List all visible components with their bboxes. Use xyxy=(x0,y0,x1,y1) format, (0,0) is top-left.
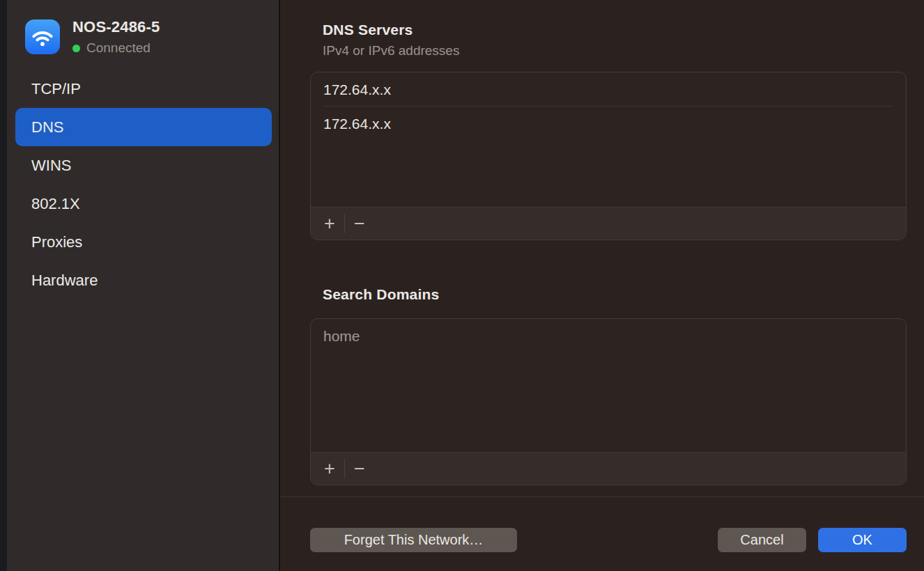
cancel-button[interactable]: Cancel xyxy=(718,528,806,552)
dns-servers-listbox: 172.64.x.x 172.64.x.x + − xyxy=(310,72,907,240)
dns-add-button[interactable]: + xyxy=(315,208,344,240)
sidebar-nav: TCP/IP DNS WINS 802.1X Proxies Hardware xyxy=(15,70,272,299)
dns-servers-footer: + − xyxy=(311,207,906,240)
network-header: NOS-2486-5 Connected xyxy=(25,18,160,56)
dns-servers-title: DNS Servers xyxy=(323,22,413,38)
search-domain-add-button[interactable]: + xyxy=(315,453,344,485)
search-domains-title: Search Domains xyxy=(323,286,439,303)
sidebar-item-tcpip[interactable]: TCP/IP xyxy=(15,70,272,108)
dns-servers-subtitle: IPv4 or IPv6 addresses xyxy=(323,43,459,58)
actions-divider xyxy=(280,496,924,497)
network-sidebar: NOS-2486-5 Connected TCP/IP DNS WINS 802… xyxy=(7,0,279,571)
connected-status-dot-icon xyxy=(72,45,80,52)
connection-status: Connected xyxy=(86,40,151,56)
sidebar-item-hardware[interactable]: Hardware xyxy=(15,261,272,299)
dns-pane: DNS Servers IPv4 or IPv6 addresses 172.6… xyxy=(280,0,924,571)
dns-server-entry[interactable]: 172.64.x.x xyxy=(311,72,906,107)
sidebar-item-proxies[interactable]: Proxies xyxy=(15,223,272,261)
dns-server-entry[interactable]: 172.64.x.x xyxy=(311,107,906,141)
network-name: NOS-2486-5 xyxy=(72,18,160,36)
window-edge xyxy=(0,0,7,571)
dns-remove-button[interactable]: − xyxy=(345,208,374,240)
ok-button[interactable]: OK xyxy=(818,528,907,552)
sidebar-item-wins[interactable]: WINS xyxy=(15,146,272,185)
search-domain-entry[interactable]: home xyxy=(311,319,906,353)
forget-network-button[interactable]: Forget This Network… xyxy=(310,528,517,552)
sidebar-item-dns[interactable]: DNS xyxy=(15,108,272,146)
sidebar-item-8021x[interactable]: 802.1X xyxy=(15,185,272,223)
search-domains-footer: + − xyxy=(311,452,906,485)
search-domains-listbox: home + − xyxy=(310,318,907,485)
wifi-icon xyxy=(25,19,60,54)
search-domain-remove-button[interactable]: − xyxy=(345,453,374,485)
